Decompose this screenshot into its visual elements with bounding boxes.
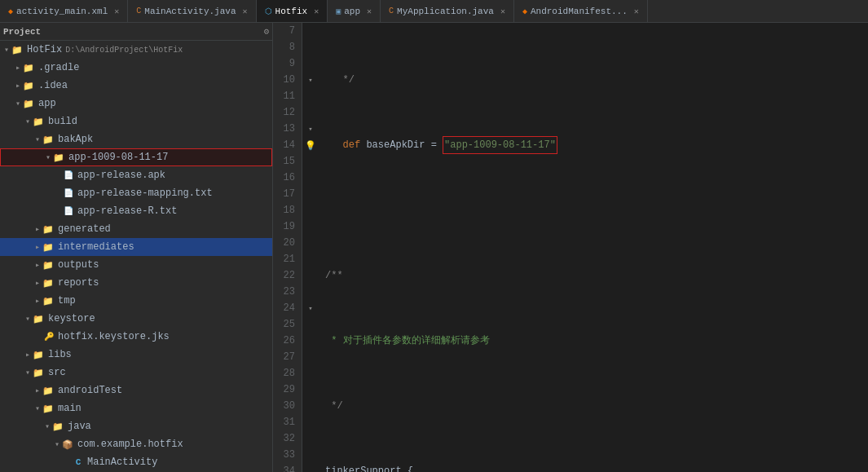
code-line-12: */ (325, 398, 861, 414)
tree-item-build[interactable]: 📁 build (0, 112, 272, 130)
code-editor: 7 8 9 10 11 12 13 14 15 16 17 18 19 20 2… (273, 23, 868, 472)
tree-item-outputs[interactable]: 📁 outputs (0, 256, 272, 274)
tree-item-hotfix-root[interactable]: 📁 HotFix D:\AndroidProject\HotFix (0, 41, 272, 59)
item-label: HotFix (27, 44, 62, 55)
expand-arrow (43, 152, 53, 162)
fold-icon[interactable]: ▾ (308, 76, 312, 85)
item-label: outputs (58, 259, 99, 271)
expand-arrow (52, 439, 62, 449)
tree-item-app[interactable]: 📁 app (0, 95, 272, 112)
tree-item-intermediates[interactable]: 📁 intermediates (0, 238, 272, 256)
code-content[interactable]: */ def baseApkDir = "app-1009-08-11-17" … (319, 23, 868, 472)
tree-item-app1009[interactable]: 📁 app-1009-08-11-17 (0, 148, 272, 166)
folder-icon: 📁 (42, 404, 55, 413)
tab-app[interactable]: ▣ app ✕ (328, 0, 381, 22)
tab-androidmanifest[interactable]: ◆ AndroidManifest... ✕ (514, 0, 648, 22)
expand-arrow (33, 242, 42, 252)
expand-arrow (23, 368, 33, 377)
tree-item-androidtest[interactable]: 📁 androidTest (0, 382, 272, 399)
tree-item-app-release-mapping[interactable]: 📄 app-release-mapping.txt (0, 184, 272, 202)
item-label: keystore (48, 313, 95, 324)
xml-icon: ◆ (522, 7, 527, 16)
tree-item-com-example[interactable]: 📦 com.example.hotfix (0, 435, 272, 453)
tab-mainactivity[interactable]: C MainActivity.java ✕ (128, 0, 256, 22)
expand-arrow (23, 314, 33, 324)
expand-arrow (13, 81, 23, 90)
fold-icon[interactable]: ▾ (308, 125, 312, 134)
tree-item-idea[interactable]: 📁 .idea (0, 77, 272, 95)
item-label: app (38, 98, 56, 109)
expand-arrow (33, 386, 42, 395)
folder-icon: 📦 (62, 439, 75, 449)
project-path: D:\AndroidProject\HotFix (65, 46, 183, 55)
item-label: src (48, 367, 66, 378)
close-icon[interactable]: ✕ (114, 7, 119, 16)
tree-item-mainactivity[interactable]: C MainActivity (0, 453, 272, 471)
code-line-10: /** (325, 267, 861, 284)
expand-arrow (33, 278, 42, 288)
xml-icon: ◆ (8, 7, 13, 16)
code-line-11: * 对于插件各参数的详细解析请参考 (325, 333, 861, 349)
tree-item-keystore[interactable]: 📁 keystore (0, 310, 272, 328)
tab-bar: ◆ activity_main.xml ✕ C MainActivity.jav… (0, 0, 868, 23)
tab-myapplication[interactable]: C MyApplication.java ✕ (381, 0, 514, 22)
tree-item-app-release-r[interactable]: 📄 app-release-R.txt (0, 202, 272, 220)
close-icon[interactable]: ✕ (634, 7, 639, 16)
tree-item-libs[interactable]: 📁 libs (0, 346, 272, 364)
item-label: hotfix.keystore.jks (58, 331, 170, 342)
folder-icon: 📁 (33, 117, 46, 126)
item-label: libs (48, 349, 72, 360)
tree-item-reports[interactable]: 📁 reports (0, 274, 272, 292)
folder-icon: 📁 (33, 350, 46, 360)
item-label: bakApk (58, 134, 93, 145)
item-label: MainActivity (87, 457, 157, 468)
folder-icon: 📁 (42, 296, 55, 306)
close-icon[interactable]: ✕ (500, 7, 505, 16)
folder-icon: 📁 (42, 386, 55, 395)
project-title: Project (3, 27, 263, 37)
expand-arrow (33, 404, 42, 413)
folder-icon: 📁 (23, 63, 36, 73)
tab-xml[interactable]: ◆ activity_main.xml ✕ (0, 0, 128, 22)
git-icon: ⬡ (265, 7, 272, 16)
close-icon[interactable]: ✕ (243, 7, 248, 16)
folder-icon: 📁 (42, 260, 55, 270)
code-line-7: */ (325, 72, 861, 88)
close-icon[interactable]: ✕ (314, 7, 319, 16)
expand-arrow (33, 296, 42, 306)
item-label: tmp (58, 295, 76, 307)
tree-item-main[interactable]: 📁 main (0, 399, 272, 417)
item-label: reports (58, 277, 99, 289)
file-icon: 📄 (62, 188, 75, 198)
item-label: com.example.hotfix (77, 439, 183, 450)
fold-icon[interactable]: ▾ (308, 304, 312, 313)
tree-item-java[interactable]: 📁 java (0, 417, 272, 435)
tree-item-gradle[interactable]: 📁 .gradle (0, 59, 272, 77)
tree-item-bakapk[interactable]: 📁 bakApk (0, 130, 272, 148)
folder-icon: 📁 (23, 99, 36, 108)
code-area[interactable]: 7 8 9 10 11 12 13 14 15 16 17 18 19 20 2… (273, 23, 868, 472)
gear-icon[interactable]: ⚙ (263, 26, 269, 37)
close-icon[interactable]: ✕ (367, 7, 372, 16)
tree-item-hotfix-jks[interactable]: 🔑 hotfix.keystore.jks (0, 328, 272, 346)
tree-item-src[interactable]: 📁 src (0, 364, 272, 382)
expand-arrow (33, 260, 42, 270)
bulb-icon[interactable]: 💡 (305, 140, 316, 151)
tree-item-app-release-apk[interactable]: 📄 app-release.apk (0, 166, 272, 184)
main-area: Project ⚙ 📁 HotFix D:\AndroidProject\Hot… (0, 23, 868, 472)
code-line-8: def baseApkDir = "app-1009-08-11-17" (325, 137, 861, 153)
line-numbers: 7 8 9 10 11 12 13 14 15 16 17 18 19 20 2… (273, 23, 302, 472)
folder-icon: 📁 (23, 81, 36, 90)
folder-icon: 📁 (52, 421, 65, 431)
tree-item-generated[interactable]: 📁 generated (0, 220, 272, 238)
item-label: build (48, 116, 77, 127)
file-icon: 🔑 (42, 332, 55, 342)
expand-arrow (33, 135, 42, 144)
expand-arrow (23, 350, 33, 360)
folder-icon: 📁 (53, 152, 66, 162)
item-label: main (58, 403, 82, 414)
tab-hotfix[interactable]: ⬡ Hotfix ✕ (257, 0, 328, 22)
app-icon: ▣ (336, 7, 341, 16)
tree-item-tmp[interactable]: 📁 tmp (0, 292, 272, 310)
java-icon: C (389, 7, 394, 15)
